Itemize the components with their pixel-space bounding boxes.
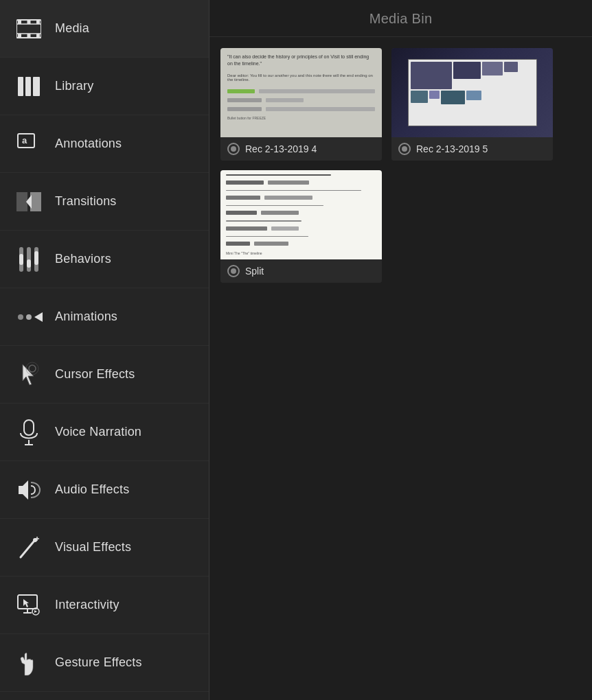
media-name-split: Split	[245, 266, 264, 277]
sidebar-item-transitions[interactable]: Transitions	[0, 173, 209, 231]
svg-marker-41	[34, 610, 37, 613]
svg-rect-8	[18, 77, 23, 96]
sidebar-item-library-label: Library	[55, 79, 93, 93]
gesture-effects-icon	[14, 648, 44, 678]
sidebar-item-media-label: Media	[55, 21, 89, 36]
voice-narration-icon	[14, 417, 44, 447]
sidebar-item-cursor-effects-label: Cursor Effects	[55, 367, 135, 382]
svg-marker-37	[23, 599, 29, 607]
media-thumbnail-rec4: "It can also decide the history or princ…	[220, 48, 382, 137]
sidebar-item-library[interactable]: Library	[0, 58, 209, 115]
interactivity-icon	[14, 590, 44, 620]
radio-dot-split	[227, 265, 240, 277]
sidebar-item-annotations-label: Annotations	[55, 137, 122, 151]
svg-rect-2	[18, 20, 21, 24]
sidebar-item-visual-effects-label: Visual Effects	[55, 540, 131, 555]
main-content: Media Bin "It can also decide the histor…	[209, 0, 592, 700]
media-item-rec4[interactable]: "It can also decide the history or princ…	[220, 48, 382, 161]
media-bin-title: Media Bin	[223, 11, 578, 27]
sidebar-item-visual-effects[interactable]: Visual Effects	[0, 519, 209, 576]
svg-rect-1	[16, 24, 41, 34]
media-label-bar-split: Split	[220, 259, 382, 283]
media-grid: "It can also decide the history or princ…	[209, 37, 592, 294]
sidebar-item-voice-narration-label: Voice Narration	[55, 425, 141, 439]
svg-rect-14	[30, 192, 41, 211]
sidebar: Media Library a Annotations	[0, 0, 209, 700]
sidebar-item-interactivity-label: Interactivity	[55, 598, 119, 612]
cursor-effects-icon	[14, 360, 44, 390]
media-thumbnail-split: Mimi The "The" timeline	[220, 170, 382, 259]
svg-point-26	[29, 365, 36, 372]
visual-effects-icon	[14, 533, 44, 563]
svg-rect-3	[36, 20, 40, 24]
sidebar-item-media[interactable]: Media	[0, 0, 209, 58]
svg-point-27	[26, 362, 38, 375]
svg-text:a: a	[22, 135, 27, 145]
svg-rect-19	[27, 259, 31, 268]
media-name-rec5: Rec 2-13-2019 5	[416, 143, 488, 154]
sidebar-item-gesture-effects-label: Gesture Effects	[55, 655, 142, 670]
svg-rect-28	[24, 420, 34, 435]
annotations-icon: a	[14, 129, 44, 159]
media-item-split[interactable]: Mimi The "The" timeline Split	[220, 170, 382, 283]
svg-rect-9	[25, 77, 31, 96]
svg-marker-31	[19, 480, 28, 500]
sidebar-item-gesture-effects[interactable]: Gesture Effects	[0, 634, 209, 692]
radio-dot-rec5	[398, 143, 411, 155]
audio-effects-icon	[14, 475, 44, 505]
radio-dot-rec4	[227, 143, 240, 155]
sidebar-item-cursor-effects[interactable]: Cursor Effects	[0, 346, 209, 404]
sidebar-item-annotations[interactable]: a Annotations	[0, 115, 209, 173]
sidebar-item-behaviors[interactable]: Behaviors	[0, 231, 209, 288]
behaviors-icon	[14, 244, 44, 275]
media-label-bar-rec5: Rec 2-13-2019 5	[391, 137, 553, 161]
transitions-icon	[14, 187, 44, 217]
media-thumbnail-rec5	[391, 48, 553, 137]
media-item-rec5[interactable]: Rec 2-13-2019 5	[391, 48, 553, 161]
svg-rect-10	[33, 77, 40, 96]
svg-marker-24	[34, 312, 43, 322]
svg-point-23	[26, 314, 32, 320]
svg-rect-13	[16, 192, 27, 211]
media-label-bar-rec4: Rec 2-13-2019 4	[220, 137, 382, 161]
animations-icon	[14, 302, 44, 332]
media-name-rec4: Rec 2-13-2019 4	[245, 143, 317, 154]
library-icon	[14, 71, 44, 102]
svg-rect-7	[27, 34, 31, 38]
svg-line-32	[21, 541, 34, 557]
sidebar-item-audio-effects[interactable]: Audio Effects	[0, 461, 209, 519]
svg-rect-5	[36, 34, 40, 38]
sidebar-item-interactivity[interactable]: Interactivity	[0, 576, 209, 634]
media-bin-header: Media Bin	[209, 0, 592, 37]
sidebar-item-transitions-label: Transitions	[55, 194, 117, 209]
svg-point-22	[18, 314, 23, 320]
sidebar-item-animations[interactable]: Animations	[0, 288, 209, 346]
film-icon	[14, 14, 44, 44]
sidebar-item-animations-label: Animations	[55, 310, 117, 324]
sidebar-item-audio-effects-label: Audio Effects	[55, 482, 129, 497]
svg-rect-6	[27, 20, 31, 24]
svg-rect-21	[34, 251, 38, 265]
sidebar-item-voice-narration[interactable]: Voice Narration	[0, 404, 209, 461]
sidebar-item-behaviors-label: Behaviors	[55, 252, 111, 266]
svg-rect-17	[19, 254, 23, 265]
svg-rect-4	[18, 34, 21, 38]
